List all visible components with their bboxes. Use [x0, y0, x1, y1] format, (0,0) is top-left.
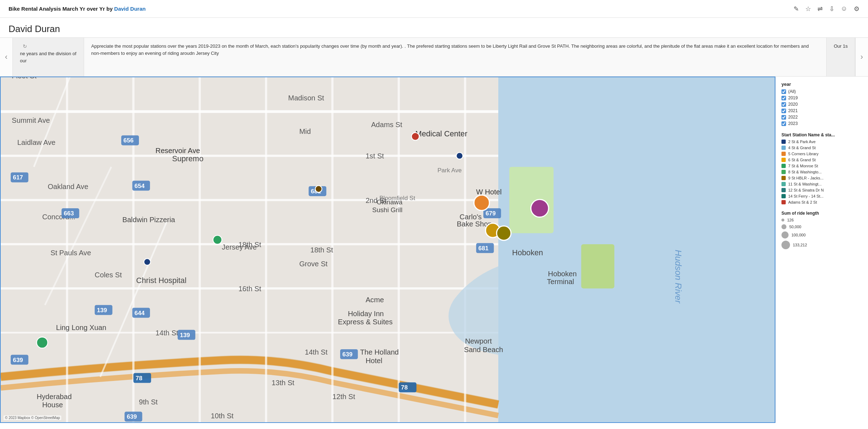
svg-text:Newport: Newport: [465, 337, 492, 345]
svg-text:Acme: Acme: [365, 296, 384, 304]
station-name-label: 7 St & Monroe St: [788, 164, 818, 168]
year-label: 2020: [788, 102, 798, 107]
svg-text:Supremo: Supremo: [172, 154, 203, 163]
station-legend-row: 11 St & Washingt...: [781, 182, 862, 186]
svg-text:Laidlaw Ave: Laidlaw Ave: [17, 138, 56, 146]
year-label: (All): [788, 89, 796, 94]
station-legend-items: 2 St & Park Ave4 St & Grand St5 Corners …: [781, 140, 862, 204]
svg-text:Hudson River: Hudson River: [674, 250, 683, 304]
svg-text:663: 663: [64, 210, 74, 217]
star-icon[interactable]: ☆: [805, 5, 811, 13]
svg-rect-3: [581, 244, 614, 288]
page-title: Bike Rental Analysis March Yr over Yr by…: [9, 6, 146, 12]
svg-text:Hoboken: Hoboken: [512, 248, 543, 257]
ride-length-circle: [781, 231, 789, 239]
svg-text:House: House: [42, 401, 63, 409]
station-name-label: 9 St HBLR - Jacks...: [788, 176, 823, 180]
svg-text:139: 139: [97, 307, 107, 314]
svg-text:679: 679: [485, 210, 495, 217]
svg-text:Oakland Ave: Oakland Ave: [48, 183, 88, 190]
svg-text:Ling Long Xuan: Ling Long Xuan: [56, 324, 106, 331]
station-legend-row: Adams St & 2 St: [781, 200, 862, 204]
year-filter-row: 2020: [781, 102, 862, 107]
ride-length-label: 126: [787, 218, 794, 222]
ride-length-label: 100,000: [791, 233, 806, 237]
svg-text:617: 617: [13, 174, 23, 181]
svg-text:Hyderabad: Hyderabad: [37, 393, 72, 401]
svg-text:14th St: 14th St: [305, 348, 328, 356]
svg-point-103: [456, 152, 463, 159]
svg-rect-2: [509, 167, 553, 233]
year-checkbox[interactable]: [781, 89, 786, 94]
share-icon[interactable]: ⇌: [817, 5, 823, 13]
svg-text:Hotel: Hotel: [365, 357, 382, 365]
svg-text:78: 78: [136, 375, 142, 382]
svg-text:Hoboken: Hoboken: [548, 270, 577, 278]
topbar: Bike Rental Analysis March Yr over Yr by…: [0, 0, 868, 18]
station-name-label: 11 St & Washingt...: [788, 182, 822, 186]
ride-length-label: 133,212: [793, 243, 807, 247]
year-filter-row: (All): [781, 89, 862, 94]
station-legend-title: Start Station Name & sta...: [781, 132, 862, 137]
carousel-prev-button[interactable]: ‹: [0, 38, 13, 76]
carousel-panel-right: Our 1s: [827, 38, 855, 76]
year-options: (All)20192020202120222023: [781, 89, 862, 126]
svg-text:Carlo's: Carlo's: [459, 213, 482, 221]
svg-text:10th St: 10th St: [211, 412, 234, 420]
carousel-next-button[interactable]: ›: [855, 38, 868, 76]
year-filter-title: year: [781, 82, 862, 87]
station-color-swatch: [781, 200, 786, 204]
svg-text:Sand Beach: Sand Beach: [464, 346, 503, 354]
station-color-swatch: [781, 182, 786, 186]
station-color-swatch: [781, 164, 786, 168]
station-name-label: 8 St & Washingto...: [788, 170, 822, 174]
year-checkbox[interactable]: [781, 109, 786, 113]
station-color-swatch: [781, 188, 786, 192]
station-legend-row: 2 St & Park Ave: [781, 140, 862, 144]
year-label: 2021: [788, 108, 798, 113]
user-icon[interactable]: ☺: [841, 5, 847, 12]
author-heading: David Duran: [0, 18, 868, 37]
reload-icon[interactable]: ↻: [20, 43, 30, 50]
svg-text:Holiday Inn: Holiday Inn: [348, 310, 384, 318]
svg-text:656: 656: [124, 137, 134, 144]
ride-length-row: 100,000: [781, 231, 862, 239]
svg-text:Baldwin Pizzeria: Baldwin Pizzeria: [122, 216, 175, 224]
svg-point-106: [144, 258, 151, 265]
svg-text:78: 78: [401, 384, 408, 391]
ride-length-items: 12650,000100,000133,212: [781, 218, 862, 249]
map-svg: 1st St 2nd St 18th St 16th St 14th St 14…: [1, 77, 775, 422]
year-checkbox[interactable]: [781, 121, 786, 126]
ride-length-circle: [781, 224, 786, 229]
download-icon[interactable]: ⇩: [829, 5, 835, 13]
station-name-label: Adams St & 2 St: [788, 200, 817, 204]
author-link[interactable]: David Duran: [114, 6, 146, 12]
svg-text:Adams St: Adams St: [371, 121, 402, 129]
svg-point-108: [531, 199, 549, 217]
svg-text:Jersey Ave: Jersey Ave: [222, 244, 257, 251]
map-container[interactable]: 1st St 2nd St 18th St 16th St 14th St 14…: [0, 77, 775, 423]
settings-icon[interactable]: ⚙: [854, 5, 859, 13]
carousel: ‹ ↻ ne years and the division of our App…: [0, 37, 868, 77]
svg-point-110: [497, 226, 511, 240]
svg-text:Grove St: Grove St: [299, 260, 328, 268]
year-checkbox[interactable]: [781, 102, 786, 107]
year-checkbox[interactable]: [781, 96, 786, 100]
year-filter-row: 2019: [781, 95, 862, 100]
svg-text:Mid: Mid: [299, 127, 311, 135]
svg-text:Medical Center: Medical Center: [415, 129, 467, 138]
station-legend-row: 8 St & Washingto...: [781, 170, 862, 174]
svg-text:1st St: 1st St: [365, 152, 384, 160]
ride-length-row: 126: [781, 218, 862, 222]
station-color-swatch: [781, 176, 786, 180]
toolbar-icons: ✎ ☆ ⇌ ⇩ ☺ ⚙: [794, 5, 859, 13]
station-name-label: 5 Corners Library: [788, 152, 818, 156]
year-label: 2023: [788, 121, 798, 126]
ride-length-row: 50,000: [781, 224, 862, 229]
svg-text:18th St: 18th St: [310, 246, 333, 254]
year-label: 2019: [788, 95, 798, 100]
edit-icon[interactable]: ✎: [794, 5, 799, 13]
station-legend-row: 9 St HBLR - Jacks...: [781, 176, 862, 180]
year-checkbox[interactable]: [781, 115, 786, 120]
station-color-swatch: [781, 194, 786, 198]
